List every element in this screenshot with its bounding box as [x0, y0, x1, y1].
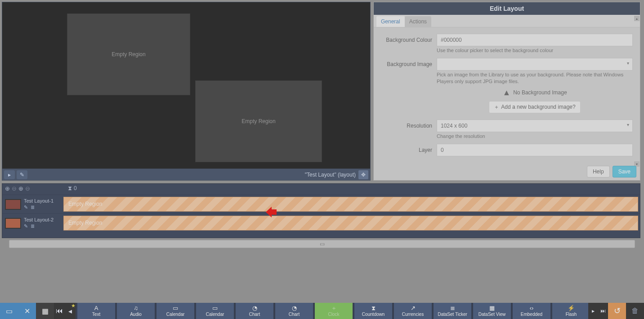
list-icon[interactable]: ≣ [31, 204, 35, 210]
add-bg-image-button[interactable]: ＋ Add a new background image? [489, 101, 580, 113]
zoom-in-icon[interactable]: ⊕ [5, 185, 10, 192]
bg-colour-input[interactable] [437, 34, 633, 46]
toolbox-item-currencies[interactable]: ↗Currencies [394, 303, 432, 319]
drawer-handle[interactable]: ▭ [9, 240, 635, 248]
timeline-row: Test Layout-1 ✎ ≣ Empty Region [2, 195, 640, 213]
region-1[interactable]: Empty Region [67, 14, 190, 95]
toolbox-item-embedded[interactable]: ‹›Embedded [513, 303, 550, 319]
delete-button[interactable]: 🗑 [626, 303, 644, 319]
edit-icon[interactable]: ✎ [24, 223, 28, 229]
toolbox-item-label: Clock [328, 312, 339, 317]
grid-icon[interactable]: ▦ [36, 303, 54, 319]
resolution-select[interactable] [437, 120, 633, 132]
no-bg-image-text: No Background Image [513, 89, 567, 96]
tab-general[interactable]: General [376, 16, 405, 27]
timeline-toolbar: ⊕ ⊖ ⊕ ⊖ ⧗ 0 [2, 184, 640, 193]
toolbox-item-label: Chart [289, 312, 300, 317]
edit-button[interactable]: ✎ [17, 170, 27, 179]
play-button[interactable]: ▸ [4, 170, 15, 179]
region-2[interactable]: Empty Region [196, 81, 322, 162]
bg-colour-label: Background Colour [382, 34, 437, 53]
toolbox-item-dataset-ticker[interactable]: ≣DataSet Ticker [434, 303, 471, 319]
toolbox-item-icon: ≣ [450, 305, 455, 311]
toolbox-item-chart[interactable]: ◔Chart [236, 303, 273, 319]
prev-page-icon[interactable]: ⏮ [54, 303, 65, 319]
region-colour-swatch [5, 199, 21, 210]
timeline-row-head[interactable]: Test Layout-2 ✎ ≣ [2, 214, 63, 232]
toolbox-item-calendar[interactable]: ▭Calendar [196, 303, 234, 319]
toolbox-item-clock[interactable]: ＋Clock [315, 303, 353, 319]
form-footer: Help Save [587, 166, 636, 177]
list-icon[interactable]: ≣ [31, 223, 35, 229]
add-bg-image-label: Add a new background image? [501, 104, 575, 110]
next-page-icon[interactable]: ⏭ [598, 303, 608, 319]
toolbox-item-icon: ♫ [134, 305, 138, 311]
toolbox-item-label: DataSet Ticker [438, 312, 467, 317]
zoom-out-icon[interactable]: ⊖ [12, 185, 17, 192]
hourglass-icon: ⧗ [68, 185, 72, 192]
region-colour-swatch [5, 218, 21, 229]
layouts-icon[interactable]: ▭ [0, 303, 18, 319]
next-icon[interactable]: ▸ [588, 303, 598, 319]
prev-icon[interactable]: ◂ ★ [65, 303, 76, 319]
move-handle-icon[interactable]: ✥ [358, 170, 368, 179]
timeline-row-name: Test Layout-1 [24, 198, 54, 204]
toolbox-item-icon: ◔ [292, 305, 297, 311]
resolution-help: Change the resolution [437, 133, 633, 139]
bg-image-label: Background Image [382, 58, 437, 113]
toolbox-item-dataset-view[interactable]: ▦DataSet View [473, 303, 511, 319]
timeline-row: Test Layout-2 ✎ ≣ Empty Region [2, 213, 640, 232]
toolbox-item-label: Calendar [206, 312, 224, 317]
timeline-row-head[interactable]: Test Layout-1 ✎ ≣ [2, 195, 63, 213]
zoom-out2-icon[interactable]: ⊖ [25, 185, 30, 192]
tools-icon[interactable]: ✕ [18, 303, 36, 319]
inbox-icon: ▭ [320, 241, 325, 247]
toolbox-item-countdown[interactable]: ⧗Countdown [354, 303, 392, 319]
toolbox-item-label: Chart [249, 312, 260, 317]
bg-image-select[interactable] [437, 58, 633, 71]
toolbox-item-calendar[interactable]: ▭Calendar [157, 303, 194, 319]
toolbox-item-label: Calendar [166, 312, 185, 317]
toolbox-item-flash[interactable]: ⚡Flash [552, 303, 588, 319]
track-label: Empty Region [68, 220, 102, 226]
toolbox-item-icon: ‹› [530, 305, 534, 311]
region-label: Empty Region [112, 51, 145, 58]
toolbox-item-text[interactable]: AText [77, 303, 115, 319]
plus-icon: ＋ [494, 103, 499, 111]
scroll-up-icon[interactable]: ▴ [634, 16, 640, 21]
toolbox-item-icon: ↗ [411, 305, 416, 311]
toolbox-item-label: Embedded [521, 312, 542, 317]
toolbox-item-label: Text [92, 312, 100, 317]
toolbox-right: ▸ ⏭ ↺ 🗑 [588, 303, 644, 319]
panel-title: Edit Layout [374, 2, 640, 15]
toolbox-item-label: Currencies [402, 312, 424, 317]
form-tabs: General Actions [374, 15, 640, 27]
form-scrollbar[interactable]: ▴ ▾ [634, 16, 640, 167]
timeline-track[interactable]: Empty Region [63, 216, 638, 230]
toolbox-item-label: DataSet View [479, 312, 505, 317]
zoom-in2-icon[interactable]: ⊕ [18, 185, 23, 192]
help-button[interactable]: Help [587, 166, 610, 177]
timeline-panel: ⊕ ⊖ ⊕ ⊖ ⧗ 0 Test Layout-1 ✎ ≣ Empty Regi… [2, 183, 640, 238]
toolbox-item-icon: ▭ [212, 305, 218, 311]
layer-input[interactable] [437, 144, 633, 156]
undo-button[interactable]: ↺ [608, 303, 626, 319]
layer-label: Layer [382, 144, 437, 156]
tab-actions[interactable]: Actions [405, 16, 431, 27]
edit-icon[interactable]: ✎ [24, 204, 28, 210]
toolbox: ▭ ✕ ▦ ⏮ ◂ ★ AText♫Audio▭Calendar▭Calenda… [0, 303, 644, 319]
bg-image-help: Pick an image from the Library to use as… [437, 71, 633, 84]
toolbox-item-icon: A [94, 305, 98, 311]
resolution-label: Resolution [382, 120, 437, 139]
toolbox-items: AText♫Audio▭Calendar▭Calendar◔Chart◔Char… [76, 303, 588, 319]
toolbox-item-chart[interactable]: ◔Chart [275, 303, 313, 319]
bg-colour-help: Use the colour picker to select the back… [437, 47, 633, 53]
layout-canvas[interactable]: Empty Region Empty Region ▸ ✎ "Test Layo… [2, 2, 371, 181]
toolbox-item-audio[interactable]: ♫Audio [117, 303, 155, 319]
timeline-duration: 0 [74, 185, 77, 191]
timeline-row-name: Test Layout-2 [24, 217, 54, 222]
toolbox-left: ▭ ✕ ▦ ⏮ ◂ ★ [0, 303, 76, 319]
canvas-statusbar: ▸ ✎ "Test Layout" (layout) ✥ [2, 168, 370, 180]
timeline-track[interactable]: Empty Region [63, 197, 638, 212]
save-button[interactable]: Save [613, 166, 636, 177]
